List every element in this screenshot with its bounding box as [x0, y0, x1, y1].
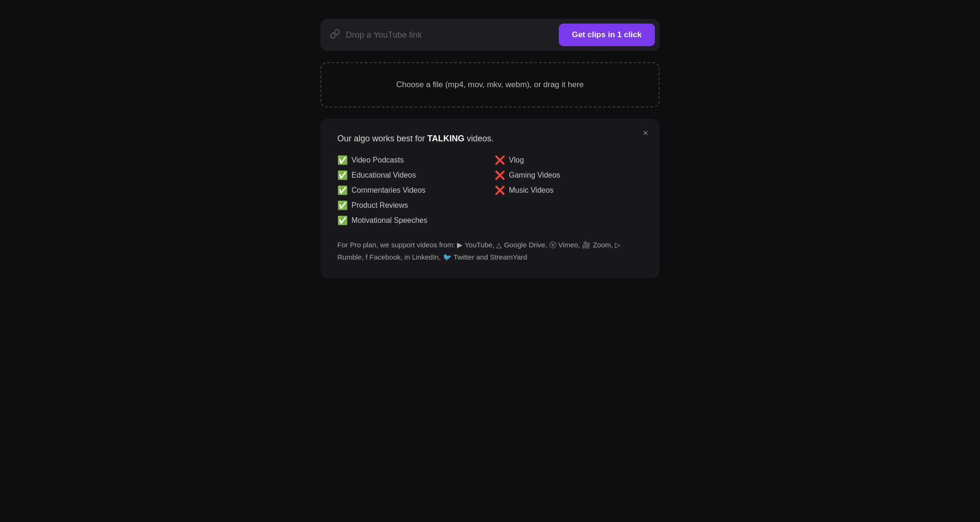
category-item-good-1: ✅ Video Podcasts	[337, 155, 485, 165]
pro-support-prefix: For Pro plan, we support videos from:	[337, 241, 457, 249]
info-title: Our algo works best for TALKING videos.	[337, 134, 643, 144]
bad-item-3-label: Music Videos	[509, 186, 554, 195]
check-icon-5: ✅	[337, 215, 348, 226]
file-drop-zone[interactable]: Choose a file (mp4, mov, mkv, webm), or …	[320, 62, 660, 107]
category-item-bad-3: ❌ Music Videos	[495, 185, 643, 196]
category-item-good-3: ✅ Commentaries Videos	[337, 185, 485, 196]
category-item-good-2: ✅ Educational Videos	[337, 170, 485, 180]
check-icon-4: ✅	[337, 200, 348, 211]
zoom-platform: 🎥 Zoom,	[582, 241, 613, 249]
pro-support-text: For Pro plan, we support videos from: ▶ …	[337, 239, 643, 263]
linkedin-platform: in LinkedIn,	[405, 253, 441, 261]
category-item-good-4: ✅ Product Reviews	[337, 200, 485, 211]
check-icon-2: ✅	[337, 170, 348, 180]
good-item-2-label: Educational Videos	[351, 171, 416, 179]
check-icon-1: ✅	[337, 155, 348, 165]
good-item-4-label: Product Reviews	[351, 201, 408, 210]
category-item-bad-2: ❌ Gaming Videos	[495, 170, 643, 180]
youtube-platform: ▶ YouTube,	[457, 241, 494, 249]
good-item-5-label: Motivational Speeches	[351, 216, 427, 225]
get-clips-button[interactable]: Get clips in 1 click	[559, 24, 655, 46]
bad-item-2-label: Gaming Videos	[509, 171, 560, 179]
link-icon	[330, 29, 340, 41]
youtube-url-input[interactable]	[346, 30, 553, 40]
cross-icon-1: ❌	[495, 155, 505, 165]
good-item-3-label: Commentaries Videos	[351, 186, 425, 195]
twitter-platform: 🐦 Twitter	[443, 253, 474, 261]
cross-icon-2: ❌	[495, 170, 505, 180]
streamyard-platform: and StreamYard	[476, 253, 527, 261]
category-item-good-5: ✅ Motivational Speeches	[337, 215, 485, 226]
main-container: Get clips in 1 click Choose a file (mp4,…	[320, 19, 660, 278]
categories-grid: ✅ Video Podcasts ❌ Vlog ✅ Educational Vi…	[337, 155, 643, 226]
good-item-1-label: Video Podcasts	[351, 156, 404, 164]
cross-icon-3: ❌	[495, 185, 505, 196]
facebook-platform: f Facebook,	[366, 253, 402, 261]
vimeo-platform: ⓥ Vimeo,	[549, 241, 580, 249]
info-title-prefix: Our algo works best for	[337, 134, 427, 143]
info-title-bold: TALKING	[427, 134, 465, 143]
category-item-bad-1: ❌ Vlog	[495, 155, 643, 165]
info-title-suffix: videos.	[465, 134, 494, 143]
drop-zone-label: Choose a file (mp4, mov, mkv, webm), or …	[396, 80, 584, 90]
bad-item-1-label: Vlog	[509, 156, 524, 164]
url-input-area	[330, 29, 553, 41]
info-card: × Our algo works best for TALKING videos…	[320, 119, 660, 278]
url-bar: Get clips in 1 click	[320, 19, 660, 51]
gdrive-platform: △ Google Drive,	[496, 241, 547, 249]
close-button[interactable]: ×	[643, 128, 648, 138]
check-icon-3: ✅	[337, 185, 348, 196]
